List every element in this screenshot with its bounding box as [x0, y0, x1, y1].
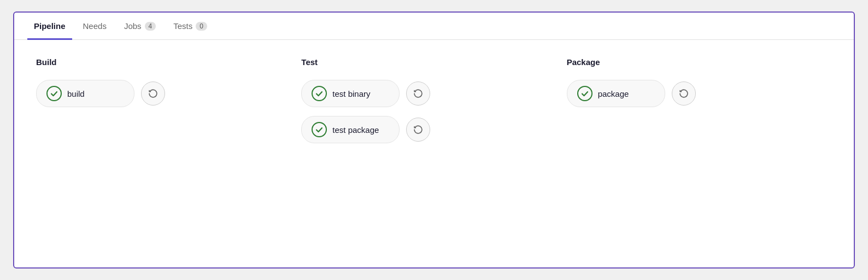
tab-tests-badge: 0 — [196, 22, 207, 31]
package-job-card[interactable]: package — [567, 80, 665, 107]
stage-test-title: Test — [301, 57, 566, 67]
test-binary-success-icon — [312, 86, 327, 101]
stage-package-title: Package — [567, 57, 832, 67]
tab-needs[interactable]: Needs — [77, 13, 113, 40]
test-binary-job-card[interactable]: test binary — [301, 80, 400, 107]
stage-package: Package package — [567, 57, 832, 107]
package-job-label: package — [598, 89, 629, 98]
test-binary-retry-button[interactable] — [406, 81, 430, 106]
pipeline-window: Pipeline Needs Jobs 4 Tests 0 Build — [13, 11, 855, 269]
retry-icon — [147, 88, 159, 100]
tab-pipeline[interactable]: Pipeline — [27, 13, 72, 40]
tab-jobs[interactable]: Jobs 4 — [118, 13, 162, 40]
test-binary-job-label: test binary — [332, 89, 370, 98]
build-job-row: build — [36, 80, 301, 107]
test-package-job-card[interactable]: test package — [301, 116, 400, 143]
stage-build: Build build — [36, 57, 301, 107]
package-success-icon — [577, 86, 593, 101]
build-job-label: build — [67, 89, 85, 98]
tab-bar: Pipeline Needs Jobs 4 Tests 0 — [14, 13, 854, 40]
retry-icon — [678, 88, 690, 100]
retry-icon — [412, 124, 424, 136]
package-retry-button[interactable] — [672, 81, 696, 106]
test-binary-job-row: test binary — [301, 80, 566, 107]
test-package-job-row: test package — [301, 116, 566, 143]
tab-jobs-label: Jobs — [124, 21, 142, 31]
tab-jobs-badge: 4 — [145, 22, 156, 31]
package-job-row: package — [567, 80, 832, 107]
tab-needs-label: Needs — [83, 21, 107, 31]
test-package-job-label: test package — [332, 125, 379, 135]
pipeline-content: Build build — [14, 40, 854, 161]
stage-test: Test test binary — [301, 57, 566, 143]
retry-icon — [412, 88, 424, 100]
tab-tests[interactable]: Tests 0 — [167, 13, 214, 40]
stage-build-title: Build — [36, 57, 301, 67]
test-package-retry-button[interactable] — [406, 118, 430, 142]
build-retry-button[interactable] — [141, 81, 165, 106]
tab-pipeline-label: Pipeline — [34, 21, 66, 31]
test-package-success-icon — [312, 122, 327, 137]
build-success-icon — [46, 86, 62, 101]
tab-tests-label: Tests — [173, 21, 192, 31]
build-job-card[interactable]: build — [36, 80, 134, 107]
